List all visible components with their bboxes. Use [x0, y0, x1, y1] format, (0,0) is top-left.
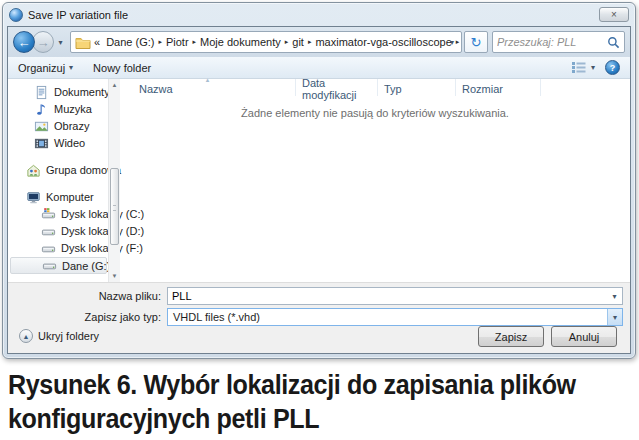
hide-folders-label: Ukryj foldery: [38, 330, 99, 342]
chevron-down-icon: ▾: [613, 313, 617, 322]
help-button[interactable]: ?: [605, 60, 620, 75]
search-icon[interactable]: [607, 36, 620, 49]
documents-icon: [34, 85, 49, 100]
scrollbar-thumb[interactable]: [110, 168, 119, 245]
chevron-down-icon: ▾: [591, 63, 595, 72]
sidebar-groups: DokumentyMuzykaObrazyWideoGrupa domowaKo…: [8, 84, 107, 301]
sidebar-item-komputer[interactable]: Komputer: [10, 189, 107, 205]
filename-combo: ▾: [167, 287, 623, 305]
breadcrumb-item-moje-dokumenty[interactable]: Moje dokumenty: [197, 36, 284, 48]
sidebar-group: DokumentyMuzykaObrazyWideo: [8, 84, 107, 151]
pictures-icon: [34, 119, 49, 134]
sidebar-item-dane-g[interactable]: Dane (G:): [10, 257, 107, 274]
save-as-type-combo[interactable]: VHDL files (*.vhd) ▾: [167, 308, 623, 326]
sidebar-group: KomputerDysk lokalny (C:)Dysk lokalny (D…: [8, 189, 107, 274]
dialog-client-area: ← → ▾ « Dane (G:)▸Piotr▸Moje dokumenty▸g…: [7, 26, 631, 354]
filename-label: Nazwa pliku:: [8, 290, 161, 302]
search-input[interactable]: [497, 36, 607, 48]
sidebar-item-dysk-lokalny-d[interactable]: Dysk lokalny (D:): [10, 223, 107, 239]
column-header-rozmiar[interactable]: Rozmiar: [456, 79, 541, 96]
recent-pages-dropdown[interactable]: ▾: [54, 38, 67, 47]
back-button[interactable]: ←: [13, 31, 35, 53]
music-icon: [34, 102, 49, 117]
breadcrumb-item-dane-g[interactable]: Dane (G:): [103, 36, 157, 48]
figure-caption-line2: konfiguracyjnych petli PLL: [8, 402, 576, 436]
forward-button[interactable]: →: [32, 31, 54, 53]
breadcrumb: Dane (G:)▸Piotr▸Moje dokumenty▸git▸maxim…: [103, 36, 445, 48]
new-folder-button[interactable]: Nowy folder: [93, 62, 151, 74]
save-controls: Nazwa pliku: ▾ Zapisz jako typ: VHDL fil…: [8, 282, 630, 353]
chevron-down-icon: ▾: [612, 292, 616, 301]
address-dropdown[interactable]: ▾: [447, 38, 457, 47]
sidebar-item-grupa-domowa[interactable]: Grupa domowa: [10, 162, 107, 178]
disk-icon: [42, 258, 57, 273]
computer-icon: [26, 190, 41, 205]
sidebar-item-dysk-lokalny-f[interactable]: Dysk lokalny (F:): [10, 240, 107, 256]
column-header-data-modyfikacji[interactable]: Data modyfikacji: [296, 79, 378, 96]
column-header-label: Rozmiar: [462, 83, 503, 95]
new-folder-label: Nowy folder: [93, 62, 151, 74]
breadcrumb-item-maximator-vga-oscilloscope[interactable]: maximator-vga-oscilloscope: [312, 36, 454, 48]
chevron-down-icon: ▾: [450, 38, 454, 47]
views-button[interactable]: ▾: [571, 61, 595, 74]
chevron-down-icon: ▾: [58, 38, 62, 47]
save-as-type-dropdown-button[interactable]: ▾: [607, 309, 622, 325]
file-browser: DokumentyMuzykaObrazyWideoGrupa domowaKo…: [8, 79, 630, 282]
file-list: Nazwa▴Data modyfikacjiTypRozmiar Żadne e…: [120, 79, 630, 282]
save-as-type-value: VHDL files (*.vhd): [168, 311, 607, 323]
title-bar[interactable]: Save IP variation file ×: [3, 3, 635, 26]
breadcrumb-item-git[interactable]: git: [289, 36, 307, 48]
breadcrumb-item-tutorial[interactable]: Tutorial: [460, 36, 462, 48]
disk-icon: [41, 224, 56, 239]
forward-arrow-icon: →: [37, 35, 50, 50]
views-icon: [571, 61, 587, 74]
figure-caption: Rysunek 6. Wybór lokalizacji do zapisani…: [8, 368, 619, 436]
sidebar-item-label: Obrazy: [54, 120, 89, 132]
collapse-up-icon: ▲: [19, 329, 33, 343]
save-button[interactable]: Zapisz: [478, 326, 544, 347]
save-as-type-label: Zapisz jako typ:: [8, 311, 161, 323]
sidebar-item-label: Wideo: [54, 137, 85, 149]
sidebar-item-muzyka[interactable]: Muzyka: [10, 101, 107, 117]
refresh-button[interactable]: ↻: [464, 31, 488, 53]
save-dialog: Save IP variation file × ← → ▾ « Dane (G…: [2, 2, 636, 359]
help-icon: ?: [610, 63, 616, 73]
filename-input[interactable]: [168, 290, 607, 302]
sidebar-item-label: Muzyka: [54, 103, 92, 115]
organize-button[interactable]: Organizuj ▾: [18, 62, 73, 74]
cancel-button[interactable]: Anuluj: [551, 326, 617, 347]
homegroup-icon: [26, 163, 41, 178]
search-box: [492, 31, 625, 53]
sidebar-item-dokumenty[interactable]: Dokumenty: [10, 84, 107, 100]
filename-dropdown-button[interactable]: ▾: [607, 288, 622, 304]
sort-ascending-icon: ▴: [206, 76, 210, 84]
hide-folders-button[interactable]: ▲ Ukryj foldery: [15, 326, 103, 346]
column-header-nazwa[interactable]: Nazwa▴: [120, 79, 296, 96]
back-arrow-icon: ←: [18, 35, 31, 50]
close-button[interactable]: ×: [599, 7, 629, 22]
breadcrumb-item-piotr[interactable]: Piotr: [163, 36, 192, 48]
sidebar-item-label: Dane (G:): [62, 260, 110, 272]
address-bar[interactable]: « Dane (G:)▸Piotr▸Moje dokumenty▸git▸max…: [70, 31, 462, 53]
figure-caption-line1: Rysunek 6. Wybór lokalizacji do zapisani…: [8, 368, 576, 402]
scroll-up-icon[interactable]: ▲: [109, 79, 120, 91]
sidebar-scrollbar[interactable]: ▲ ▼: [108, 79, 120, 282]
column-header-typ[interactable]: Typ: [378, 79, 456, 96]
breadcrumb-overflow[interactable]: «: [93, 36, 101, 48]
window-title: Save IP variation file: [28, 9, 128, 21]
sidebar-item-label: Dokumenty: [54, 86, 110, 98]
refresh-icon: ↻: [471, 35, 482, 50]
disk-windows-icon: [41, 207, 56, 222]
column-headers: Nazwa▴Data modyfikacjiTypRozmiar: [120, 79, 630, 96]
sidebar-item-dysk-lokalny-c[interactable]: Dysk lokalny (C:): [10, 206, 107, 222]
toolbar-right-group: ▾ ?: [571, 60, 620, 75]
navigation-pane: DokumentyMuzykaObrazyWideoGrupa domowaKo…: [8, 79, 120, 282]
app-icon: [9, 8, 23, 22]
column-header-label: Typ: [384, 83, 402, 95]
column-header-label: Data modyfikacji: [302, 77, 377, 101]
sidebar-item-obrazy[interactable]: Obrazy: [10, 118, 107, 134]
close-icon: ×: [611, 9, 617, 21]
scroll-down-icon[interactable]: ▼: [109, 270, 120, 282]
empty-folder-message: Żadne elementy nie pasują do kryteriów w…: [120, 107, 630, 119]
sidebar-item-wideo[interactable]: Wideo: [10, 135, 107, 151]
